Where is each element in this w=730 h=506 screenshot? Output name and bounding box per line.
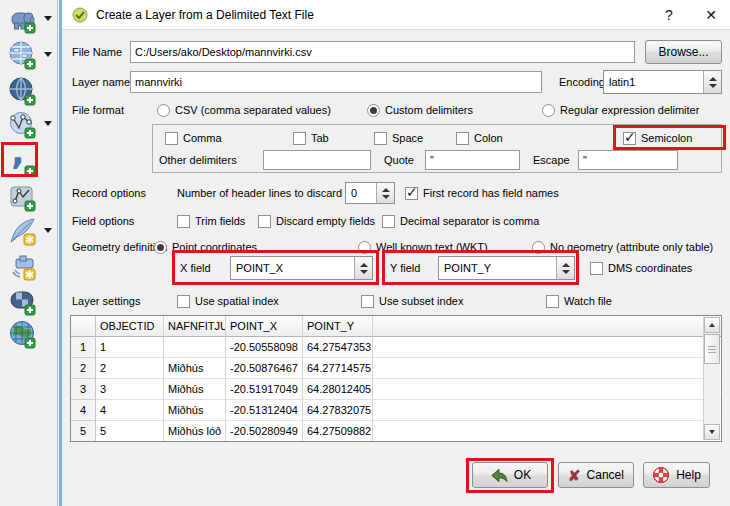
checkbox-indicator bbox=[546, 295, 559, 308]
radio-csv[interactable]: CSV (comma separated values) bbox=[157, 101, 331, 119]
header-lines-label: Number of header lines to discard bbox=[177, 181, 342, 205]
row-number-cell: 3 bbox=[71, 379, 96, 400]
table-row[interactable]: 4 4 Miðhús -20.51312404 64.27832075 bbox=[71, 400, 721, 421]
chevron-down-icon[interactable] bbox=[44, 121, 52, 126]
spinner-arrows-icon[interactable] bbox=[376, 183, 394, 203]
quote-input[interactable] bbox=[425, 150, 520, 170]
x-field-select[interactable]: POINT_X bbox=[230, 256, 373, 280]
file-format-label: File format bbox=[72, 101, 124, 119]
checkbox-discard-empty-fields[interactable]: Discard empty fields bbox=[258, 212, 375, 230]
dialog-title: Create a Layer from a Delimited Text Fil… bbox=[96, 8, 314, 22]
cell-point-x: -20.51917049 bbox=[226, 379, 303, 400]
cancel-button-label: Cancel bbox=[587, 468, 624, 482]
add-spatialite-button[interactable] bbox=[8, 182, 38, 212]
checkbox-indicator bbox=[382, 215, 395, 228]
checkbox-first-record-field-names[interactable]: First record has field names bbox=[405, 181, 559, 205]
delimiters-groupbox: Comma Tab Space Colon Semicolon Other de… bbox=[152, 124, 722, 173]
escape-input[interactable] bbox=[578, 150, 678, 170]
scroll-up-button[interactable] bbox=[704, 317, 720, 333]
layer-name-input[interactable] bbox=[130, 71, 542, 93]
add-wfs-button[interactable] bbox=[8, 109, 38, 139]
field-options-label: Field options bbox=[72, 212, 134, 230]
table-row[interactable]: 1 1 -20.50558098 64.27547353 bbox=[71, 337, 721, 358]
scroll-down-button[interactable] bbox=[704, 424, 720, 440]
file-name-input[interactable] bbox=[130, 41, 635, 63]
chevron-down-icon[interactable] bbox=[44, 52, 52, 57]
help-button[interactable]: Help bbox=[643, 462, 710, 488]
checkbox-trim-fields[interactable]: Trim fields bbox=[177, 212, 245, 230]
new-shapefile-button[interactable] bbox=[8, 216, 38, 246]
checkbox-tab[interactable]: Tab bbox=[293, 128, 329, 148]
ok-arrow-icon bbox=[489, 466, 508, 484]
layer-name-row: Layer name Encoding latin1 bbox=[62, 70, 730, 94]
cell-point-y: 64.28012405 bbox=[303, 379, 373, 400]
plus-badge-icon bbox=[25, 305, 35, 315]
radio-indicator bbox=[157, 104, 170, 117]
spinner-arrows-icon[interactable] bbox=[556, 257, 574, 279]
checkbox-colon[interactable]: Colon bbox=[456, 128, 503, 148]
column-header-point-x[interactable]: POINT_X bbox=[226, 316, 303, 337]
header-lines-spinbox[interactable]: 0 bbox=[345, 182, 395, 204]
table-row[interactable]: 3 3 Miðhús -20.51917049 64.28012405 bbox=[71, 379, 721, 400]
checkbox-use-spatial-index[interactable]: Use spatial index bbox=[177, 292, 279, 310]
column-header-nafnfitju[interactable]: NAFNFITJU bbox=[164, 316, 226, 337]
cell-objectid: 2 bbox=[96, 358, 164, 379]
add-wcs-button[interactable] bbox=[8, 76, 38, 106]
plus-badge-icon bbox=[25, 201, 35, 211]
help-button-label: Help bbox=[676, 468, 701, 482]
column-header-objectid[interactable]: OBJECTID bbox=[96, 316, 164, 337]
cancel-button[interactable]: ✘ Cancel bbox=[558, 462, 634, 488]
table-row[interactable]: 2 2 Miðhús -20.50876467 64.27714575 bbox=[71, 358, 721, 379]
ok-button[interactable]: OK bbox=[472, 462, 548, 488]
y-field-value: POINT_Y bbox=[439, 262, 556, 274]
encoding-select[interactable]: latin1 bbox=[603, 70, 722, 94]
add-oracle-button[interactable] bbox=[8, 319, 38, 349]
quote-label: Quote bbox=[384, 149, 414, 171]
add-postgis-button[interactable] bbox=[8, 4, 38, 34]
checkbox-use-subset-index[interactable]: Use subset index bbox=[361, 292, 463, 310]
checkbox-comma[interactable]: Comma bbox=[165, 128, 222, 148]
table-row[interactable]: 5 5 Miðhús lóð -20.50280949 64.27509882 bbox=[71, 421, 721, 442]
checkbox-watch-file[interactable]: Watch file bbox=[546, 292, 612, 310]
plus-badge-icon bbox=[25, 338, 35, 348]
layer-settings-row: Layer settings Use spatial index Use sub… bbox=[62, 292, 730, 310]
y-field-label: Y field bbox=[390, 255, 420, 281]
scrollbar-thumb[interactable] bbox=[704, 334, 720, 364]
cell-point-y: 64.27832075 bbox=[303, 400, 373, 421]
cell-nafnfitju: Miðhús bbox=[164, 379, 226, 400]
add-wms-button[interactable] bbox=[8, 40, 38, 70]
plus-badge-icon bbox=[25, 128, 35, 138]
wfs-globe-icon bbox=[8, 109, 38, 139]
cell-filler bbox=[373, 400, 721, 421]
cancel-x-icon: ✘ bbox=[568, 468, 581, 483]
radio-custom-delimiters[interactable]: Custom delimiters bbox=[367, 101, 473, 119]
help-titlebar-button[interactable]: ? bbox=[658, 4, 680, 26]
row-number-cell: 2 bbox=[71, 358, 96, 379]
checkbox-decimal-separator-comma[interactable]: Decimal separator is comma bbox=[382, 212, 539, 230]
checkbox-space[interactable]: Space bbox=[374, 128, 423, 148]
spinner-arrows-icon[interactable] bbox=[354, 257, 372, 279]
chevron-down-icon[interactable] bbox=[44, 16, 52, 21]
vertical-scrollbar[interactable] bbox=[703, 317, 720, 440]
cell-filler bbox=[373, 379, 721, 400]
add-delimited-text-button[interactable]: , bbox=[8, 147, 38, 177]
y-field-select[interactable]: POINT_Y bbox=[438, 256, 575, 280]
spatialite-layer-icon bbox=[8, 182, 38, 212]
new-gpx-button[interactable] bbox=[8, 251, 38, 281]
column-header-point-y[interactable]: POINT_Y bbox=[303, 316, 373, 337]
checkbox-semicolon[interactable]: Semicolon bbox=[623, 128, 692, 148]
radio-regexp-delimiter[interactable]: Regular expression delimiter bbox=[542, 101, 699, 119]
add-mssql-button[interactable] bbox=[8, 286, 38, 316]
asterisk-badge-icon bbox=[24, 269, 35, 280]
qgis-app-icon bbox=[72, 7, 88, 23]
close-button[interactable]: ✕ bbox=[700, 4, 722, 26]
spinner-arrows-icon[interactable] bbox=[703, 71, 721, 93]
radio-indicator bbox=[542, 104, 555, 117]
delimited-text-comma-icon: , bbox=[8, 147, 38, 177]
row-number-cell: 1 bbox=[71, 337, 96, 358]
chevron-down-icon[interactable] bbox=[44, 228, 52, 233]
browse-button[interactable]: Browse... bbox=[645, 40, 722, 64]
other-delimiters-input[interactable] bbox=[263, 150, 371, 170]
checkbox-dms-coordinates[interactable]: DMS coordinates bbox=[590, 255, 692, 281]
cell-point-y: 64.27547353 bbox=[303, 337, 373, 358]
